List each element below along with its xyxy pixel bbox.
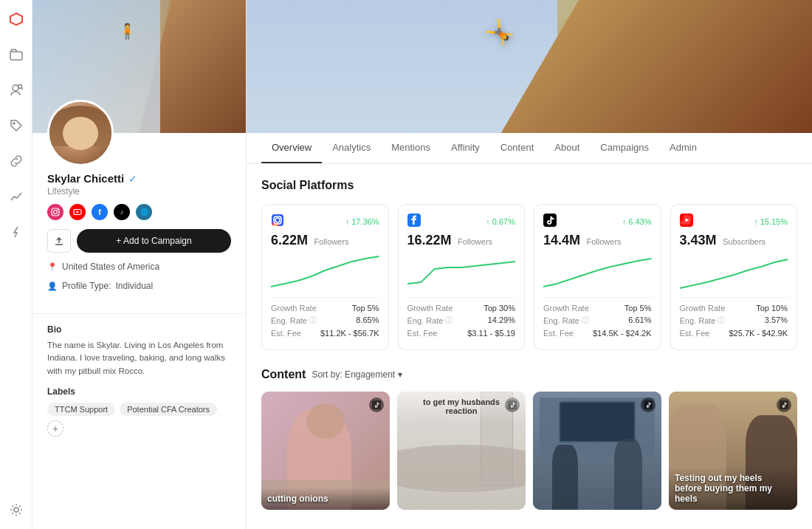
content-text-2-top: to get my husbandsreaction: [397, 392, 526, 421]
add-to-campaign-button[interactable]: + Add to Campaign: [77, 229, 231, 253]
add-label-button[interactable]: +: [47, 420, 63, 437]
bio-label: Bio: [47, 324, 231, 335]
instagram-icon: [271, 214, 284, 230]
tag-icon[interactable]: [6, 115, 27, 136]
tiktok-social-icon[interactable]: ♪: [114, 204, 130, 220]
content-overlay-1: cutting onions: [261, 392, 390, 510]
facebook-count: 16.22M: [407, 233, 452, 248]
sort-label: Sort by: Engagement: [312, 369, 395, 380]
est-fee-value: $11.2K - $56.7K: [320, 329, 379, 338]
youtube-stats: Growth Rate Top 10% Eng. Rate ⓘ 3.57% Es…: [680, 297, 788, 338]
svg-point-8: [54, 211, 58, 214]
instagram-header: ↑ 17.36%: [271, 214, 379, 230]
platforms-grid: ↑ 17.36% 6.22M Followers Growth Rate Top…: [261, 204, 797, 350]
bio-section: Bio The name is Skylar. Living in Los An…: [32, 324, 246, 378]
labels-title: Labels: [47, 386, 231, 397]
lightning-icon[interactable]: [6, 222, 27, 242]
facebook-social-icon[interactable]: f: [92, 204, 108, 220]
profile-name: Skylar Chicetti: [47, 172, 124, 185]
tab-mentions[interactable]: Mentions: [381, 133, 441, 163]
tiktok-watermark-3: [641, 397, 656, 412]
verified-badge: ✓: [128, 173, 137, 185]
location-row: 📍 United States of America: [47, 262, 231, 272]
chart-icon[interactable]: [6, 186, 27, 207]
youtube-header: ↑ 15.15%: [680, 214, 788, 230]
web-social-icon[interactable]: 🌐: [136, 204, 152, 220]
platform-card-facebook: ↑ 0.67% 16.22M Followers Growth Rate Top…: [398, 204, 526, 350]
link-icon[interactable]: [6, 151, 27, 171]
svg-point-16: [280, 216, 281, 218]
instagram-social-icon[interactable]: [47, 204, 63, 220]
eng-rate-row: Eng. Rate ⓘ 8.65%: [271, 315, 379, 326]
instagram-count: 6.22M: [271, 233, 308, 248]
content-overlay-4: Testing out my heels before buying them …: [669, 392, 797, 510]
content-area: Social Platforms ↑ 17.36%: [247, 164, 812, 529]
content-card-3[interactable]: [533, 392, 661, 510]
est-fee-label: Est. Fee: [271, 329, 301, 338]
eng-rate-value: 8.65%: [356, 315, 379, 326]
profile-type: Lifestyle: [47, 186, 231, 197]
instagram-unit: Followers: [314, 237, 348, 246]
eng-rate-label: Eng. Rate ⓘ: [271, 315, 317, 326]
tab-admin[interactable]: Admin: [659, 133, 707, 163]
svg-point-5: [13, 123, 15, 124]
tiktok-header: ↑ 6.43%: [543, 214, 652, 230]
platform-card-instagram: ↑ 17.36% 6.22M Followers Growth Rate Top…: [261, 204, 389, 350]
facebook-header: ↑ 0.67%: [407, 214, 516, 230]
instagram-stats: Growth Rate Top 5% Eng. Rate ⓘ 8.65% Est…: [271, 297, 379, 338]
tab-affinity[interactable]: Affinity: [441, 133, 490, 163]
logo-icon[interactable]: [6, 9, 27, 30]
folder-icon[interactable]: [6, 44, 27, 65]
content-card-4[interactable]: Testing out my heels before buying them …: [669, 392, 797, 510]
facebook-icon: [407, 214, 421, 230]
growth-rate-label: Growth Rate: [271, 304, 317, 313]
tab-content[interactable]: Content: [490, 133, 545, 163]
sidebar: [0, 0, 32, 529]
tiktok-count: 14.4M: [543, 233, 580, 248]
svg-point-9: [57, 209, 58, 210]
facebook-stats: Growth Rate Top 30% Eng. Rate ⓘ 14.29% E…: [407, 297, 516, 338]
tab-analytics[interactable]: Analytics: [322, 133, 381, 163]
instagram-growth: ↑ 17.36%: [345, 217, 379, 226]
divider-1: [32, 313, 246, 314]
action-row: + Add to Campaign: [47, 229, 231, 253]
content-text-1: cutting onions: [261, 488, 390, 510]
svg-point-3: [18, 85, 21, 89]
social-icons-row: f ♪ 🌐: [47, 204, 231, 220]
profile-name-row: Skylar Chicetti ✓: [47, 172, 231, 185]
social-platforms-title: Social Platforms: [261, 179, 797, 192]
youtube-social-icon[interactable]: [69, 204, 86, 220]
youtube-unit: Subscribers: [723, 237, 765, 246]
main-content: 🤸 Overview Analytics Mentions Affinity C…: [247, 0, 812, 529]
hero-banner: 🤸: [247, 0, 812, 133]
content-section-header: Content Sort by: Engagement ▾: [261, 368, 797, 381]
growth-rate-row: Growth Rate Top 5%: [271, 304, 379, 313]
tab-about[interactable]: About: [544, 133, 590, 163]
tiktok-growth: ↑ 6.43%: [622, 217, 652, 226]
tab-overview[interactable]: Overview: [261, 133, 322, 163]
youtube-icon: [680, 214, 693, 230]
content-grid: cutting onions to get my husbandsreactio…: [261, 392, 797, 510]
user-search-icon[interactable]: [6, 80, 27, 100]
tiktok-icon: [543, 214, 557, 230]
svg-rect-23: [644, 400, 653, 409]
content-card-1[interactable]: cutting onions: [261, 392, 390, 510]
labels-row: TTCM Support Potential CFA Creators +: [47, 403, 231, 437]
tiktok-chart: [543, 254, 652, 291]
tab-campaigns[interactable]: Campaigns: [590, 133, 659, 163]
upload-button[interactable]: [47, 229, 71, 253]
label-ttcm[interactable]: TTCM Support: [47, 403, 115, 416]
svg-point-6: [14, 508, 18, 512]
gear-icon[interactable]: [6, 499, 27, 520]
youtube-count: 3.43M: [680, 233, 717, 248]
profile-type-row: 👤 Profile Type: Individual: [47, 281, 231, 291]
content-card-2[interactable]: to get my husbandsreaction: [397, 392, 526, 510]
sort-button[interactable]: Sort by: Engagement ▾: [312, 369, 402, 380]
labels-section: Labels TTCM Support Potential CFA Creato…: [32, 378, 246, 446]
label-cfa[interactable]: Potential CFA Creators: [120, 403, 217, 416]
svg-rect-7: [52, 208, 59, 216]
left-panel: 🧍 Skylar Chicetti ✓ Lifestyle: [32, 0, 247, 529]
svg-rect-18: [543, 214, 557, 227]
facebook-chart: [407, 254, 516, 291]
profile-type-label: Profile Type:: [62, 281, 111, 291]
